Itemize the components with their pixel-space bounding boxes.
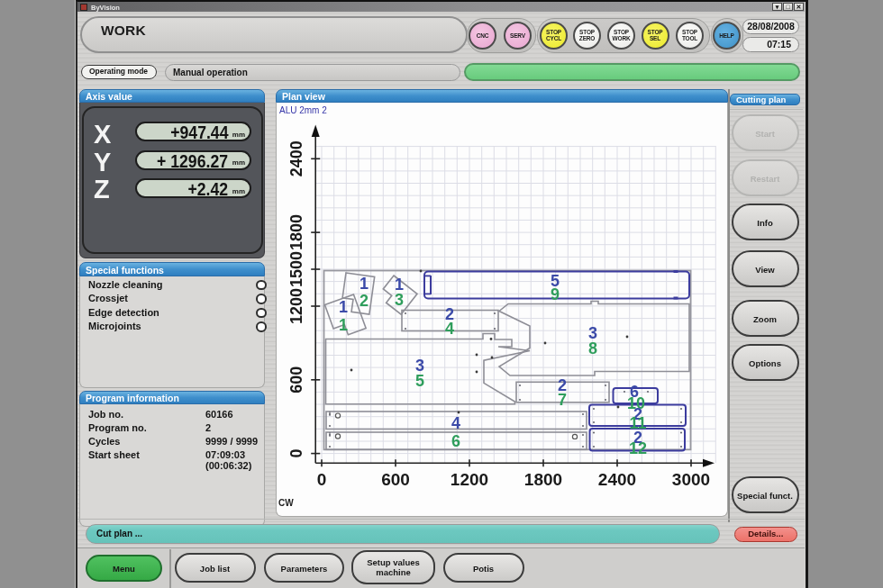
svg-text:12: 12 — [629, 439, 647, 457]
svg-text:1: 1 — [360, 275, 369, 293]
svg-text:1200: 1200 — [287, 288, 305, 324]
svg-text:8: 8 — [588, 339, 597, 357]
svg-text:600: 600 — [287, 366, 305, 394]
svg-text:4: 4 — [451, 414, 460, 432]
svg-text:1: 1 — [339, 298, 348, 316]
svg-text:6: 6 — [451, 432, 460, 450]
svg-text:CW: CW — [278, 498, 294, 508]
svg-text:1500: 1500 — [287, 251, 305, 287]
svg-text:1800: 1800 — [524, 470, 562, 489]
svg-text:9: 9 — [551, 285, 560, 303]
svg-text:0: 0 — [287, 449, 305, 458]
svg-text:3: 3 — [395, 291, 404, 309]
svg-text:0: 0 — [317, 470, 327, 489]
svg-text:600: 600 — [381, 470, 410, 489]
svg-text:7: 7 — [558, 391, 567, 409]
svg-text:ALU 2mm 2: ALU 2mm 2 — [279, 105, 327, 115]
svg-text:1: 1 — [339, 316, 348, 334]
svg-text:5: 5 — [415, 372, 424, 390]
svg-text:1200: 1200 — [451, 470, 488, 489]
svg-text:3000: 3000 — [672, 470, 710, 489]
svg-text:1800: 1800 — [287, 214, 305, 250]
svg-text:2400: 2400 — [598, 470, 636, 489]
svg-text:2: 2 — [360, 292, 369, 310]
svg-text:4: 4 — [445, 320, 454, 338]
svg-text:2400: 2400 — [287, 140, 305, 176]
